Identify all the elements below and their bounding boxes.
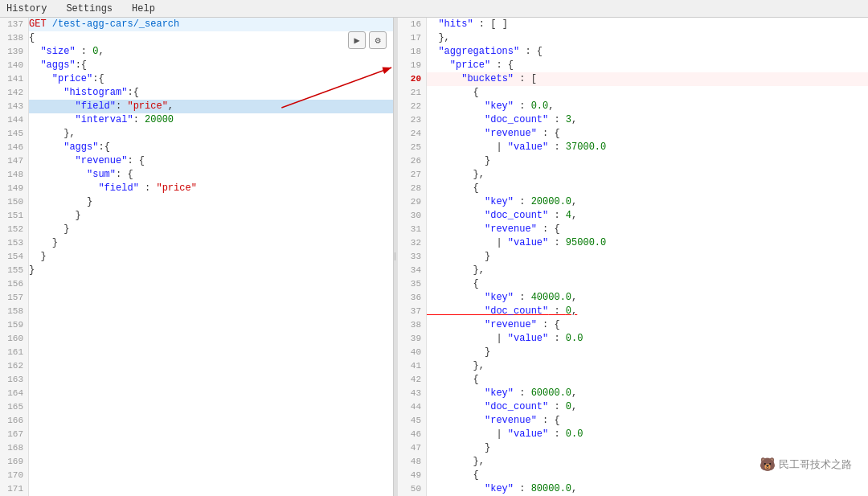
line-number: 23 — [398, 113, 426, 127]
table-row: "histogram":{ — [29, 86, 393, 100]
table-row: | "value" : 0.0 — [427, 332, 868, 346]
table-row: }, — [427, 168, 868, 182]
table-row — [29, 482, 393, 496]
table-row: | "value" : 37000.0 — [427, 141, 868, 154]
line-number: 19 — [398, 59, 426, 72]
line-number: 165 — [0, 400, 28, 414]
menu-history[interactable]: History — [3, 2, 50, 16]
line-number: 166 — [0, 414, 28, 428]
menu-help[interactable]: Help — [129, 2, 158, 16]
table-row: { — [427, 182, 868, 195]
menu-settings[interactable]: Settings — [63, 2, 116, 16]
line-number: 171 — [0, 482, 28, 496]
left-toolbar: ▶ ⚙ — [348, 31, 387, 49]
line-number: 37 — [398, 305, 426, 318]
table-row: GET /test-agg-cars/_search — [29, 18, 393, 31]
left-code-content[interactable]: GET /test-agg-cars/_search{ "size" : 0, … — [29, 18, 393, 496]
table-row: } — [29, 236, 393, 250]
table-row — [29, 455, 393, 469]
table-row: "revenue" : { — [427, 127, 868, 141]
table-row: { — [427, 86, 868, 100]
table-row: } — [29, 223, 393, 236]
left-line-numbers: 1371381391401411421431441451461471481491… — [0, 18, 29, 496]
table-row: "field" : "price" — [29, 182, 393, 195]
table-row — [29, 441, 393, 455]
table-row: "aggs":{ — [29, 141, 393, 154]
line-number: 168 — [0, 441, 28, 455]
table-row: "price":{ — [29, 72, 393, 86]
table-row: "doc_count" : 0, — [427, 305, 868, 318]
line-number: 137 — [0, 18, 28, 31]
table-row: { — [427, 277, 868, 291]
line-number: 32 — [398, 236, 426, 250]
line-number: 152 — [0, 223, 28, 236]
table-row: { — [427, 469, 868, 482]
line-number: 50 — [398, 482, 426, 496]
table-row: } — [29, 250, 393, 264]
main-area: 1371381391401411421431441451461471481491… — [0, 18, 868, 496]
table-row — [29, 291, 393, 305]
line-number: 46 — [398, 428, 426, 441]
line-number: 21 — [398, 86, 426, 100]
line-number: 162 — [0, 359, 28, 373]
line-number: 17 — [398, 31, 426, 45]
line-number: 161 — [0, 346, 28, 359]
table-row — [29, 373, 393, 387]
table-row — [29, 428, 393, 441]
table-row — [29, 359, 393, 373]
table-row: "key" : 80000.0, — [427, 482, 868, 496]
table-row: "size" : 0, — [29, 45, 393, 59]
table-row: }, — [427, 31, 868, 45]
table-row: "doc_count" : 4, — [427, 209, 868, 223]
table-row: "price" : { — [427, 59, 868, 72]
line-number: 24 — [398, 127, 426, 141]
line-number: 47 — [398, 441, 426, 455]
table-row: }, — [29, 127, 393, 141]
table-row: "key" : 60000.0, — [427, 387, 868, 400]
table-row: "interval": 20000 — [29, 113, 393, 127]
right-code-content[interactable]: "hits" : [ ] }, "aggregations" : { "pric… — [427, 18, 868, 496]
line-number: 43 — [398, 387, 426, 400]
right-line-numbers: 1617181920212223242526272829303132333435… — [398, 18, 427, 496]
table-row: | "value" : 0.0 — [427, 428, 868, 441]
line-number: 27 — [398, 168, 426, 182]
right-code-lines: "hits" : [ ] }, "aggregations" : { "pric… — [427, 18, 868, 496]
table-row: "hits" : [ ] — [427, 18, 868, 31]
left-code-lines: GET /test-agg-cars/_search{ "size" : 0, … — [29, 18, 393, 496]
line-number: 151 — [0, 209, 28, 223]
table-row: "doc_count" : 0, — [427, 400, 868, 414]
line-number: 39 — [398, 332, 426, 346]
line-number: 22 — [398, 100, 426, 113]
table-row: "revenue" : { — [427, 223, 868, 236]
line-number: 26 — [398, 154, 426, 168]
line-number: 164 — [0, 387, 28, 400]
table-row: } — [427, 250, 868, 264]
menubar: History Settings Help — [0, 0, 868, 18]
table-row: }, — [427, 359, 868, 373]
line-number: 36 — [398, 291, 426, 305]
line-number: 18 — [398, 45, 426, 59]
line-number: 40 — [398, 346, 426, 359]
table-row — [29, 414, 393, 428]
right-output-panel: 1617181920212223242526272829303132333435… — [398, 18, 868, 496]
line-number: 30 — [398, 209, 426, 223]
table-row: "revenue": { — [29, 154, 393, 168]
table-row — [29, 346, 393, 359]
line-number: 31 — [398, 223, 426, 236]
line-number: 149 — [0, 182, 28, 195]
line-number: 154 — [0, 250, 28, 264]
table-row: "aggregations" : { — [427, 45, 868, 59]
line-number: 153 — [0, 236, 28, 250]
line-number: 44 — [398, 400, 426, 414]
table-row: } — [29, 195, 393, 209]
table-row: "key" : 20000.0, — [427, 195, 868, 209]
line-number: 16 — [398, 18, 426, 31]
line-number: 147 — [0, 154, 28, 168]
wrench-button[interactable]: ⚙ — [369, 31, 387, 49]
table-row — [29, 387, 393, 400]
line-number: 146 — [0, 141, 28, 154]
table-row: } — [29, 209, 393, 223]
run-button[interactable]: ▶ — [348, 31, 366, 49]
line-number: 170 — [0, 469, 28, 482]
line-number: 169 — [0, 455, 28, 469]
